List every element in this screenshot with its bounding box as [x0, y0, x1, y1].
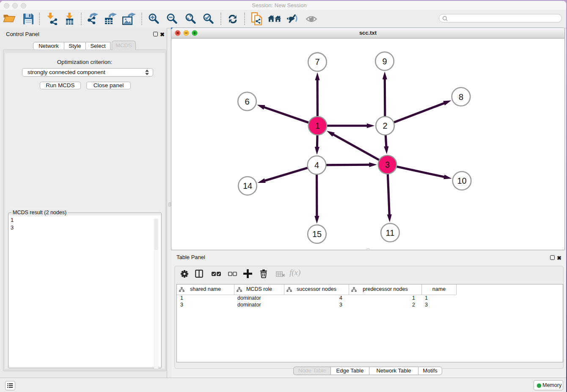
svg-text:3: 3	[385, 160, 390, 169]
svg-text:11: 11	[386, 228, 395, 237]
svg-text:15: 15	[312, 229, 322, 239]
svg-text:14: 14	[243, 181, 252, 190]
svg-text:7: 7	[315, 57, 319, 66]
svg-text:6: 6	[245, 97, 249, 106]
svg-text:4: 4	[314, 160, 319, 170]
svg-text:2: 2	[383, 121, 387, 130]
svg-text:10: 10	[457, 176, 466, 185]
svg-text:1: 1	[315, 121, 320, 130]
svg-text:8: 8	[459, 92, 463, 102]
svg-text:9: 9	[382, 57, 387, 66]
